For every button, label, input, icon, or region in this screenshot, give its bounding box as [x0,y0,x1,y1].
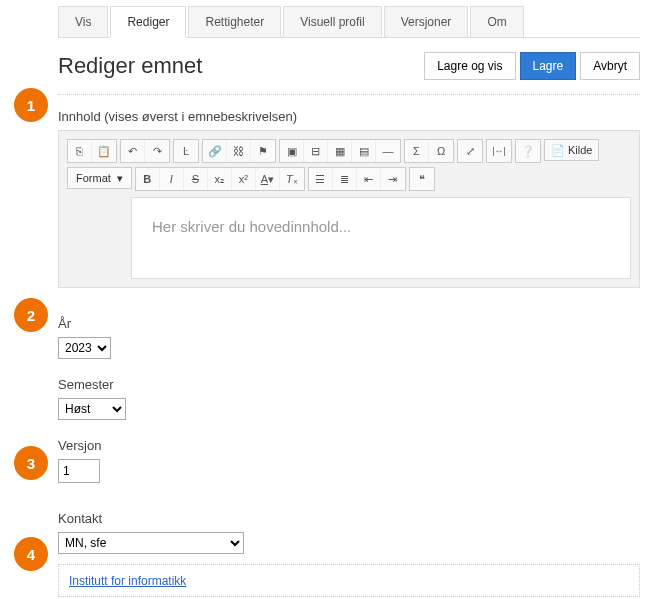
institutt-link[interactable]: Institutt for informatikk [69,574,186,588]
media-icon[interactable]: ⊟ [304,140,328,162]
tab-versjoner[interactable]: Versjoner [384,6,469,37]
redo-icon[interactable]: ↷ [145,140,169,162]
editor-textarea[interactable]: Her skriver du hovedinnhold... [131,197,631,279]
blockquote-icon[interactable]: ❝ [410,168,434,190]
step-badge-3: 3 [14,446,48,480]
action-buttons: Lagre og vis Lagre Avbryt [424,52,640,80]
ar-select[interactable]: 2023 [58,337,111,359]
step-badge-4: 4 [14,537,48,571]
bold-icon[interactable]: B [136,168,160,190]
page-title: Rediger emnet [58,53,202,79]
sigma-icon[interactable]: Σ [405,140,429,162]
source-label: Kilde [568,144,592,156]
lagre-button[interactable]: Lagre [520,52,577,80]
bullet-list-icon[interactable]: ≣ [333,168,357,190]
showblocks-icon[interactable]: |↔| [487,140,511,162]
source-button[interactable]: 📄 Kilde [544,139,599,161]
hr-icon[interactable]: — [376,140,400,162]
versjon-label: Versjon [58,438,640,453]
omega-icon[interactable]: Ω [429,140,453,162]
tab-om[interactable]: Om [470,6,523,37]
italic-icon[interactable]: I [160,168,184,190]
image-icon[interactable]: ▣ [280,140,304,162]
fullscreen-icon[interactable]: ⤢ [458,140,482,162]
grid-icon[interactable]: ▤ [352,140,376,162]
undo-icon[interactable]: ↶ [121,140,145,162]
kontakt-label: Kontakt [58,511,640,526]
innhold-label: Innhold (vises øverst i emnebeskrivelsen… [58,109,640,124]
format-label: Format [76,172,111,184]
source-icon: 📄 [551,144,565,157]
lagre-og-vis-button[interactable]: Lagre og vis [424,52,515,80]
semester-select[interactable]: Høst [58,398,126,420]
subscript-icon[interactable]: x₂ [208,168,232,190]
copy-icon[interactable]: ⎘ [68,140,92,162]
step-badge-1: 1 [14,88,48,122]
semester-label: Semester [58,377,640,392]
tab-bar: Vis Rediger Rettigheter Visuell profil V… [58,6,640,38]
paste-text-icon[interactable]: Ŀ [174,140,198,162]
unlink-icon[interactable]: ⛓ [227,140,251,162]
strike-icon[interactable]: S [184,168,208,190]
tab-rediger[interactable]: Rediger [110,6,186,38]
outdent-icon[interactable]: ⇤ [357,168,381,190]
link-icon[interactable]: 🔗 [203,140,227,162]
versjon-input[interactable] [58,459,100,483]
table-icon[interactable]: ▦ [328,140,352,162]
superscript-icon[interactable]: x² [232,168,256,190]
rich-text-editor: ⎘ 📋 ↶ ↷ Ŀ 🔗 ⛓ ⚑ ▣ ⊟ ▦ ▤ — [58,130,640,288]
kontakt-link-box: Institutt for informatikk [58,564,640,597]
tab-visuell-profil[interactable]: Visuell profil [283,6,381,37]
tab-vis[interactable]: Vis [58,6,108,37]
step-badge-2: 2 [14,298,48,332]
flag-icon[interactable]: ⚑ [251,140,275,162]
paste-icon[interactable]: 📋 [92,140,116,162]
tab-rettigheter[interactable]: Rettigheter [188,6,281,37]
format-dropdown[interactable]: Format ▾ [67,167,132,189]
text-color-icon[interactable]: A▾ [256,168,280,190]
help-icon[interactable]: ❔ [516,140,540,162]
chevron-down-icon: ▾ [117,172,123,185]
clear-format-icon[interactable]: Tₓ [280,168,304,190]
indent-icon[interactable]: ⇥ [381,168,405,190]
kontakt-select[interactable]: MN, sfe [58,532,244,554]
numbered-list-icon[interactable]: ☰ [309,168,333,190]
ar-label: År [58,316,640,331]
avbryt-button[interactable]: Avbryt [580,52,640,80]
